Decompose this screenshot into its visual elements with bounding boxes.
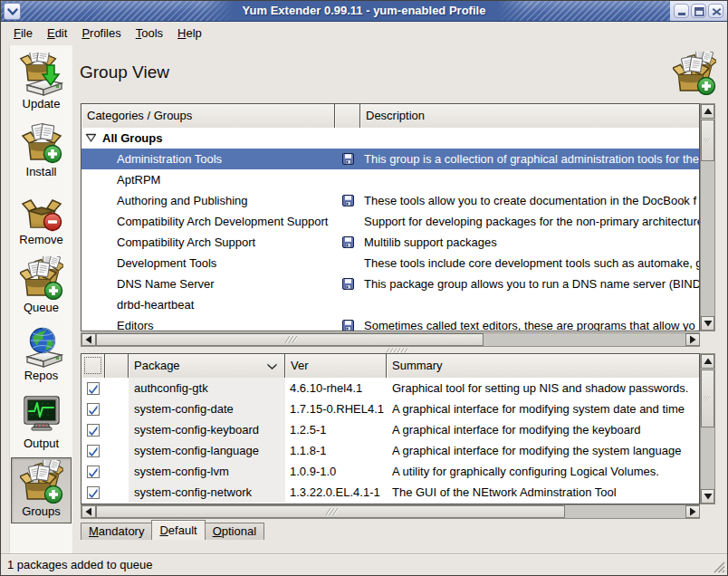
package-name: system-config-lvm <box>129 461 285 482</box>
package-checkbox[interactable] <box>87 382 100 395</box>
sidebar-item-groups[interactable]: Groups <box>11 457 72 523</box>
package-row[interactable]: system-config-network 1.3.22.0.EL.4.1-1 … <box>81 482 699 503</box>
arrow-left-icon <box>85 507 92 516</box>
tab-mandatory[interactable]: Mandatory <box>81 523 152 540</box>
group-description: This group is a collection of graphical … <box>360 149 699 169</box>
scroll-down-button[interactable] <box>701 316 714 331</box>
package-checkbox[interactable] <box>87 466 100 478</box>
app-window: Yum Extender 0.99.11 - yum-enabled Profi… <box>0 0 728 576</box>
titlebar[interactable]: Yum Extender 0.99.11 - yum-enabled Profi… <box>1 1 727 22</box>
package-summary: A graphical interface for modifying the … <box>387 419 699 440</box>
column-header-select-all[interactable] <box>81 354 105 378</box>
sidebar-item-output[interactable]: Output <box>11 389 72 456</box>
group-row[interactable]: AptRPM <box>81 169 699 190</box>
scroll-up-button[interactable] <box>701 354 714 369</box>
sidebar-item-queue[interactable]: Queue <box>11 254 72 320</box>
scrollbar-thumb[interactable] <box>701 370 714 427</box>
group-row[interactable]: Authoring and Publishing These tools all… <box>81 190 699 211</box>
grip-icon <box>283 335 297 344</box>
scroll-up-button[interactable] <box>701 104 714 119</box>
sidebar-item-repos[interactable]: Repos <box>11 322 72 388</box>
column-header-package[interactable]: Package <box>129 354 285 378</box>
groups-horizontal-scrollbar[interactable] <box>81 332 700 347</box>
scroll-right-button[interactable] <box>685 505 700 518</box>
menu-item-help[interactable]: Help <box>170 22 209 45</box>
repos-icon <box>20 324 63 368</box>
column-header-categories-groups[interactable]: Categories / Groups <box>81 104 335 128</box>
resize-grip-icon[interactable] <box>713 561 725 573</box>
column-header-ver[interactable]: Ver <box>285 354 387 378</box>
packages-rows: authconfig-gtk 4.6.10-rhel4.1 Graphical … <box>81 378 699 504</box>
package-checkbox[interactable] <box>87 445 100 457</box>
scroll-right-button[interactable] <box>685 333 700 346</box>
package-checkbox[interactable] <box>87 403 100 416</box>
group-name: Editors <box>117 315 153 331</box>
arrow-right-icon <box>689 335 696 344</box>
menubar: FileEditProfilesToolsHelp <box>1 22 727 45</box>
column-header-status[interactable] <box>105 354 129 378</box>
group-row[interactable]: drbd-heartbeat <box>81 294 699 315</box>
packages-table-header: Package Ver Summary <box>81 354 699 378</box>
package-name: system-config-language <box>129 440 285 461</box>
maximize-button[interactable] <box>691 4 706 18</box>
scroll-down-button[interactable] <box>701 489 714 504</box>
pane-splitter[interactable] <box>81 347 715 353</box>
scrollbar-thumb[interactable] <box>96 333 484 346</box>
queue-icon <box>20 256 63 300</box>
group-row[interactable]: Administration Tools This group is a col… <box>81 149 699 169</box>
group-row[interactable]: Compatibility Arch Development Support S… <box>81 211 699 232</box>
group-description: These tools include core development too… <box>360 253 699 274</box>
window-menu-button[interactable] <box>4 3 21 20</box>
column-header-description[interactable]: Description <box>360 104 699 128</box>
menu-item-tools[interactable]: Tools <box>129 22 170 45</box>
minimize-button[interactable] <box>674 4 689 18</box>
group-row[interactable]: All Groups <box>81 128 699 149</box>
sidebar-item-remove[interactable]: Remove <box>11 186 72 252</box>
scroll-left-button[interactable] <box>81 333 96 346</box>
tab-optional[interactable]: Optional <box>205 523 264 540</box>
packages-vertical-scrollbar[interactable] <box>700 353 715 504</box>
group-name: Compatibility Arch Support <box>117 232 255 253</box>
package-row[interactable]: system-config-language 1.1.8-1 A graphic… <box>81 440 699 461</box>
packages-horizontal-scrollbar[interactable] <box>81 504 700 519</box>
check-icon <box>88 383 99 394</box>
scrollbar-thumb[interactable] <box>701 120 714 161</box>
column-header-summary[interactable]: Summary <box>387 354 699 378</box>
group-row[interactable]: Development Tools These tools include co… <box>81 253 699 274</box>
grip-icon <box>704 136 713 145</box>
tab-default[interactable]: Default <box>151 520 205 540</box>
splitter-grip-icon <box>385 348 412 353</box>
column-header-group-icon[interactable] <box>335 104 360 128</box>
package-version: 4.6.10-rhel4.1 <box>285 378 387 398</box>
scroll-left-button[interactable] <box>81 505 96 518</box>
package-name: authconfig-gtk <box>129 378 285 398</box>
package-row[interactable]: system-config-lvm 1.0.9-1.0 A utility fo… <box>81 461 699 482</box>
expander-icon[interactable] <box>85 133 97 143</box>
close-button[interactable] <box>708 4 723 18</box>
sidebar-item-update[interactable]: Update <box>11 50 72 116</box>
package-summary: The GUI of the NEtwork Adminstration Too… <box>387 482 699 503</box>
menu-item-edit[interactable]: Edit <box>40 22 74 45</box>
group-description <box>360 128 699 149</box>
sidebar-item-label: Queue <box>24 301 59 314</box>
package-version: 1.1.8-1 <box>285 440 387 461</box>
package-row[interactable]: authconfig-gtk 4.6.10-rhel4.1 Graphical … <box>81 378 699 398</box>
package-row[interactable]: system-config-keyboard 1.2.5-1 A graphic… <box>81 419 699 440</box>
groups-vertical-scrollbar[interactable] <box>700 103 715 331</box>
scrollbar-thumb[interactable] <box>96 505 565 518</box>
package-checkbox[interactable] <box>87 424 100 437</box>
package-checkbox[interactable] <box>87 486 100 499</box>
menu-item-file[interactable]: File <box>6 22 40 45</box>
sidebar-item-install[interactable]: Install <box>11 118 72 184</box>
package-version: 1.7.15-0.RHEL4.1 <box>285 398 387 419</box>
grip-icon <box>704 394 713 403</box>
menu-item-profiles[interactable]: Profiles <box>74 22 128 45</box>
package-row[interactable]: system-config-date 1.7.15-0.RHEL4.1 A gr… <box>81 398 699 419</box>
grip-icon <box>323 507 338 516</box>
group-row[interactable]: Compatibility Arch Support Multilib supp… <box>81 232 699 253</box>
group-row[interactable]: Editors Sometimes called text editors, t… <box>81 315 699 331</box>
group-description: Multilib support packages <box>360 232 699 253</box>
check-icon <box>88 404 99 415</box>
group-row[interactable]: DNS Name Server This package group allow… <box>81 274 699 294</box>
package-version: 1.3.22.0.EL.4.1-1 <box>285 482 387 503</box>
